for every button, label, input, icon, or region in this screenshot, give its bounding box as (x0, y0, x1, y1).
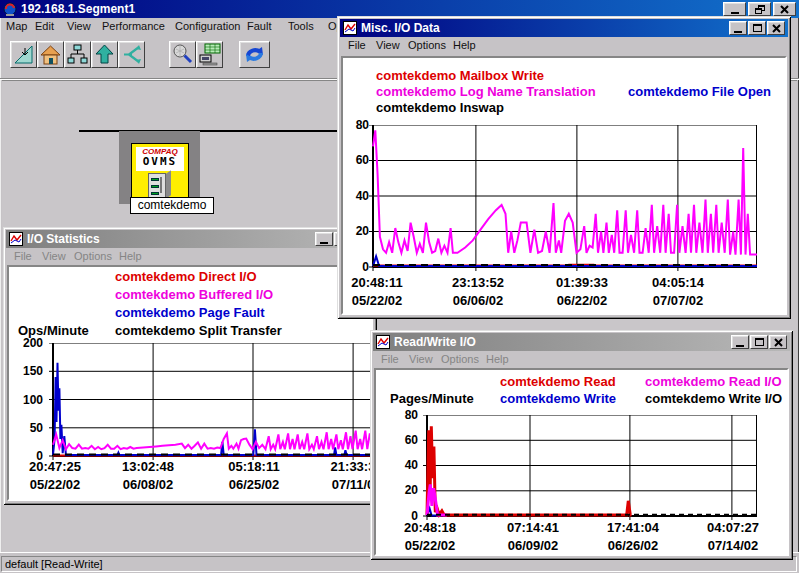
ovms-os-text: OVMS (136, 156, 184, 168)
hp-openview-button[interactable] (239, 41, 270, 68)
iostats-menu-view[interactable]: View (42, 250, 66, 262)
misc-window-title: Misc. I/O Data (361, 21, 440, 35)
xtick-date-2: 06/09/02 (497, 538, 569, 553)
xtick-time-4: 21:33:3 (317, 459, 373, 474)
locate-button[interactable] (169, 41, 196, 68)
close-icon (780, 5, 789, 14)
legend-file-open: comtekdemo File Open (628, 84, 771, 99)
menu-map[interactable]: Map (6, 20, 27, 32)
legend-mailbox-write: comtekdemo Mailbox Write (376, 68, 544, 83)
menu-tools[interactable]: Tools (288, 20, 314, 32)
ytick-200: 200 (17, 336, 43, 350)
misc-menubar: File View Options Help (340, 37, 788, 54)
readwrite-minimize-button[interactable] (731, 335, 749, 349)
legend-inswap: comtekdemo Inswap (376, 100, 504, 115)
xtick-date-1: 05/22/02 (19, 477, 91, 492)
home-icon (39, 43, 62, 66)
scale-ruler-button[interactable] (10, 41, 37, 68)
xtick-time-3: 17:41:04 (597, 520, 669, 535)
readwrite-close-button[interactable] (769, 335, 787, 349)
close-icon (772, 24, 781, 33)
restore-icon (755, 5, 765, 14)
server-glyph (148, 173, 166, 198)
xtick-time-2: 23:13:52 (442, 275, 514, 290)
submap-hierarchy-button[interactable] (64, 41, 91, 68)
legend-page-fault: comtekdemo Page Fault (115, 305, 265, 320)
misc-close-button[interactable] (767, 21, 785, 35)
legend-log-name-translation: comtekdemo Log Name Translation (376, 84, 596, 99)
node-brand-strip: COMPAQ OVMS (136, 147, 184, 171)
fan-out-arrows-icon (120, 43, 143, 66)
ytick-50: 50 (17, 421, 43, 435)
misc-menu-view[interactable]: View (376, 39, 400, 51)
xtick-time-1: 20:48:11 (341, 275, 413, 290)
misc-chart-panel: comtekdemo Mailbox Write comtekdemo Log … (341, 56, 787, 315)
xtick-date-4: 07/07/02 (642, 293, 714, 308)
minimize-button[interactable] (723, 2, 746, 16)
mib-values-button[interactable] (196, 41, 223, 68)
readwrite-menu-options[interactable]: Options (441, 353, 479, 365)
readwrite-menu-file[interactable]: File (381, 353, 399, 365)
readwrite-chart (421, 415, 757, 522)
iostats-menu-help[interactable]: Help (119, 250, 142, 262)
iostats-chart-panel: comtekdemo Direct I/O comtekdemo Buffere… (7, 265, 373, 501)
readwrite-window-title: Read/Write I/O (394, 335, 476, 349)
mib-values-icon (198, 43, 221, 66)
misc-menu-help[interactable]: Help (453, 39, 476, 51)
misc-io-window: Misc. I/O Data File View Options Help co… (337, 16, 791, 319)
legend-write-io: comtekdemo Write I/O (645, 391, 782, 406)
menu-fault[interactable]: Fault (247, 20, 271, 32)
node-icon[interactable]: COMPAQ OVMS (131, 143, 189, 200)
main-window-title: 192.168.1.Segment1 (21, 2, 135, 16)
menu-edit[interactable]: Edit (35, 20, 54, 32)
node-selection-highlight[interactable]: COMPAQ OVMS comtekdemo (119, 131, 200, 204)
xtick-date-4: 07/11/0 (317, 477, 373, 492)
readwrite-menu-help[interactable]: Help (486, 353, 509, 365)
chart-window-icon (9, 232, 23, 248)
xtick-date-4: 07/14/02 (697, 538, 769, 553)
xtick-date-3: 06/26/02 (597, 538, 669, 553)
parent-submap-button[interactable] (91, 41, 118, 68)
menu-performance[interactable]: Performance (102, 20, 165, 32)
home-button[interactable] (37, 41, 64, 68)
iostats-menubar: File View Options Help (6, 248, 374, 265)
xtick-time-1: 20:48:18 (394, 520, 466, 535)
xtick-date-1: 05/22/02 (341, 293, 413, 308)
menu-view[interactable]: View (67, 20, 91, 32)
ytick-60: 60 (392, 433, 418, 447)
iostats-minimize-button[interactable] (315, 232, 333, 246)
misc-menu-file[interactable]: File (348, 39, 366, 51)
menu-configuration[interactable]: Configuration (175, 20, 240, 32)
ytick-60: 60 (343, 153, 369, 167)
readwrite-window: Read/Write I/O File View Options Help co… (370, 330, 793, 560)
legend-write: comtekdemo Write (500, 391, 616, 406)
readwrite-titlebar[interactable]: Read/Write I/O (373, 333, 790, 351)
ytick-0: 0 (343, 260, 369, 274)
readwrite-menu-view[interactable]: View (409, 353, 433, 365)
misc-menu-options[interactable]: Options (408, 39, 446, 51)
misc-maximize-button[interactable] (748, 21, 766, 35)
xtick-date-1: 05/22/02 (394, 538, 466, 553)
iostats-menu-options[interactable]: Options (74, 250, 112, 262)
hp-openview-icon (241, 43, 268, 66)
xtick-date-3: 06/25/02 (218, 477, 290, 492)
xtick-time-3: 05:18:11 (218, 459, 290, 474)
iostats-titlebar[interactable]: I/O Statistics (6, 230, 374, 248)
misc-minimize-button[interactable] (729, 21, 747, 35)
misc-titlebar[interactable]: Misc. I/O Data (340, 19, 788, 37)
iostats-menu-file[interactable]: File (14, 250, 32, 262)
chart-window-icon (343, 21, 357, 37)
xtick-date-3: 06/22/02 (546, 293, 618, 308)
legend-buffered-io: comtekdemo Buffered I/O (115, 287, 273, 302)
xtick-time-1: 20:47:25 (19, 459, 91, 474)
close-button[interactable] (773, 2, 796, 16)
fan-out-button[interactable] (118, 41, 145, 68)
minimize-icon (731, 12, 739, 14)
xtick-time-4: 04:07:27 (697, 520, 769, 535)
legend-split-transfer: comtekdemo Split Transfer (115, 323, 282, 338)
readwrite-maximize-button[interactable] (750, 335, 768, 349)
restore-button[interactable] (748, 2, 771, 16)
ytick-100: 100 (17, 393, 43, 407)
hp-openview-app-icon (3, 2, 18, 18)
ytick-80: 80 (392, 408, 418, 422)
